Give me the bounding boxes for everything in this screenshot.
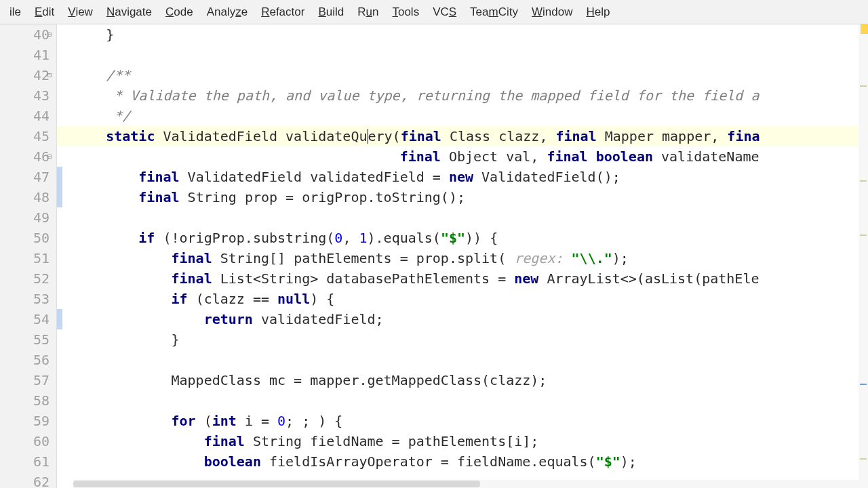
text-caret — [368, 129, 368, 144]
menu-run[interactable]: Run — [351, 1, 385, 23]
code-line[interactable]: return validatedField; — [73, 309, 868, 329]
menu-navigate[interactable]: Navigate — [100, 1, 159, 23]
code-line[interactable]: final ValidatedField validatedField = ne… — [73, 167, 868, 187]
code-line[interactable]: if (clazz == null) { — [73, 289, 868, 309]
code-line[interactable]: for (int i = 0; ; ) { — [73, 411, 868, 431]
menu-teamcity[interactable]: TeamCity — [463, 1, 525, 23]
stripe-mark[interactable] — [860, 180, 867, 182]
code-line[interactable] — [73, 45, 868, 65]
gutter: 4041424344454647484950515253545556575859… — [0, 24, 57, 488]
stripe-mark[interactable] — [860, 458, 867, 460]
menu-analyze[interactable]: Analyze — [200, 1, 255, 23]
stripe-mark[interactable] — [860, 384, 867, 385]
code-line[interactable]: static ValidatedField validateQuery(fina… — [57, 126, 868, 146]
menu-window[interactable]: Window — [525, 1, 579, 23]
horizontal-scrollbar[interactable] — [73, 480, 859, 488]
code-line[interactable]: /** — [73, 65, 868, 85]
menu-help[interactable]: Help — [579, 1, 616, 23]
scrollbar-thumb[interactable] — [73, 481, 480, 487]
menu-build[interactable]: Build — [311, 1, 351, 23]
code-line[interactable]: boolean fieldIsArrayOperator = fieldName… — [73, 451, 868, 472]
menu-code[interactable]: Code — [159, 1, 200, 23]
code-line[interactable] — [73, 350, 868, 370]
menu-vcs[interactable]: VCS — [426, 1, 463, 23]
menu-edit[interactable]: Edit — [28, 1, 61, 23]
code-line[interactable] — [73, 207, 868, 228]
code-line[interactable]: final List<String> databasePathElements … — [73, 268, 868, 289]
code-line[interactable] — [73, 390, 868, 411]
menu-file[interactable]: ile — [3, 1, 28, 23]
editor: 4041424344454647484950515253545556575859… — [0, 24, 868, 488]
fold-column: ⊟ ⊟ ⊟ — [37, 24, 56, 488]
code-line[interactable]: } — [73, 329, 868, 350]
fold-toggle-icon[interactable]: ⊟ — [45, 152, 54, 161]
inspection-status-icon[interactable] — [861, 24, 868, 34]
code-line[interactable]: } — [73, 24, 868, 45]
fold-toggle-icon[interactable]: ⊟ — [45, 71, 54, 79]
code-line[interactable]: * Validate the path, and value type, ret… — [73, 85, 868, 106]
menubar: ile Edit View Navigate Code Analyze Refa… — [0, 0, 868, 24]
error-stripe — [859, 24, 868, 488]
menu-view[interactable]: View — [61, 1, 100, 23]
menu-refactor[interactable]: Refactor — [254, 1, 311, 23]
code-line[interactable]: final String[] pathElements = prop.split… — [73, 248, 868, 268]
stripe-mark[interactable] — [860, 235, 867, 236]
code-line[interactable]: if (!origProp.substring(0, 1).equals("$"… — [73, 228, 868, 248]
code-line[interactable]: MappedClass mc = mapper.getMappedClass(c… — [73, 370, 868, 390]
menu-tools[interactable]: Tools — [385, 1, 426, 23]
code-line[interactable]: */ — [73, 106, 868, 126]
stripe-mark[interactable] — [860, 85, 867, 87]
fold-toggle-icon[interactable]: ⊟ — [45, 30, 54, 39]
code-line[interactable]: final Object val, final boolean validate… — [73, 146, 868, 167]
code-line[interactable]: final String prop = origProp.toString(); — [73, 187, 868, 207]
code-area[interactable]: } /** * Validate the path, and value typ… — [57, 24, 868, 488]
code-line[interactable]: final String fieldName = pathElements[i]… — [73, 431, 868, 451]
